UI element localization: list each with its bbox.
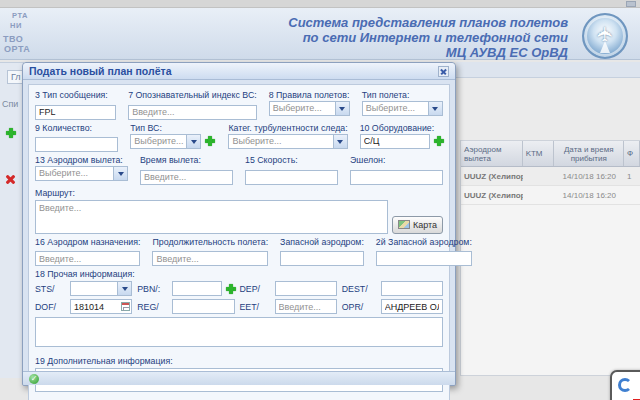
flight-type-label: Тип полета:	[362, 90, 443, 100]
msg-type-label: 3 Тип сообщения:	[35, 90, 116, 100]
number-input[interactable]	[35, 137, 118, 152]
pbn-label: PBN/:	[137, 284, 167, 294]
dialog-close-icon[interactable]	[438, 66, 449, 77]
equipment-input[interactable]	[360, 134, 430, 149]
speed-label: 15 Скорость:	[245, 155, 338, 165]
status-ok-icon: ✓	[29, 374, 39, 384]
chevron-down-icon[interactable]	[113, 167, 127, 180]
aircraft-type-label: Тип ВС:	[130, 123, 216, 133]
calendar-icon[interactable]	[121, 302, 130, 311]
background-stripe	[456, 78, 640, 140]
dof-label: DOF/	[35, 302, 65, 312]
reg-label: REG/	[137, 302, 167, 312]
additional-info-label: 19 Дополнительная информация:	[35, 356, 443, 366]
column-departure-aerodrome[interactable]: Аэродром вылета	[461, 141, 523, 166]
dep-label: DEP/	[240, 284, 270, 294]
eet-label: EET/	[240, 302, 270, 312]
flight-plan-form: 3 Тип сообщения: 7 Опознавательный индек…	[28, 84, 450, 400]
table-header-row: Аэродром вылета KTM Дата и время прибыти…	[461, 141, 640, 167]
add-aircraft-type-icon[interactable]	[204, 135, 216, 147]
ministry-logo-text: РТА НИ ТВО ОРТА	[3, 11, 30, 54]
number-label: 9 Количество:	[35, 123, 118, 133]
dep-time-input[interactable]	[140, 170, 233, 185]
opr-input[interactable]	[381, 299, 443, 314]
turbulence-label: Катег. турбулентности следа:	[228, 123, 347, 133]
level-input[interactable]	[350, 170, 443, 185]
sts-select[interactable]	[70, 281, 132, 296]
route-textarea[interactable]	[35, 200, 388, 234]
other-info-textarea[interactable]	[35, 317, 443, 347]
dep-time-label: Время вылета:	[140, 155, 233, 165]
map-icon	[398, 220, 410, 229]
chevron-down-icon[interactable]	[428, 102, 442, 115]
refresh-icon	[618, 378, 632, 392]
dep-aerodrome-select[interactable]: Выберите...	[35, 166, 128, 181]
chevron-down-icon[interactable]	[333, 135, 347, 148]
table-row[interactable]: UUUZ (Хелипор... 14/10/18 16:20	[461, 186, 640, 205]
flight-rules-select[interactable]: Выберите...	[269, 101, 350, 116]
add-pbn-icon[interactable]	[225, 283, 234, 295]
speed-input[interactable]	[245, 170, 338, 185]
opr-label: OPR/	[342, 302, 376, 312]
reg-input[interactable]	[172, 299, 234, 314]
column-ktm[interactable]: KTM	[523, 141, 555, 166]
dialog-status-bar: ✓	[23, 371, 455, 385]
dest-aerodrome-input[interactable]	[35, 251, 140, 266]
alt-aerodrome-input[interactable]	[280, 251, 364, 266]
alt-aerodrome-label: Запасной аэродром:	[280, 237, 364, 247]
add-equipment-icon[interactable]	[433, 135, 443, 147]
dialog-title: Подать новый план полёта	[29, 65, 172, 77]
background-toolbar-stripe	[456, 62, 640, 78]
dest-label: DEST/	[342, 284, 376, 294]
column-arrival-datetime[interactable]: Дата и время прибытия	[554, 141, 624, 166]
column-cutoff: Ф	[624, 141, 640, 166]
new-flight-plan-dialog: Подать новый план полёта 3 Тип сообщения…	[22, 62, 456, 386]
system-title: Система представления планов полетов по …	[288, 15, 568, 60]
aircraft-id-input[interactable]	[128, 105, 257, 120]
runway-icon	[600, 41, 610, 53]
chevron-down-icon[interactable]	[186, 135, 200, 148]
dialog-title-bar: Подать новый план полёта	[23, 63, 455, 80]
eet-input[interactable]	[275, 299, 337, 314]
corner-widget[interactable]	[610, 370, 640, 400]
window-control-icon[interactable]	[626, 1, 636, 7]
aircraft-id-label: 7 Опознавательный индекс ВС:	[128, 90, 257, 100]
page-header: РТА НИ ТВО ОРТА Система представления пл…	[0, 8, 640, 60]
level-label: Эшелон:	[350, 155, 443, 165]
equipment-label: 10 Оборудование:	[360, 123, 443, 133]
dest-aerodrome-label: 16 Аэродром назначения:	[35, 237, 140, 247]
left-sidebar-fragment: Гл Спи	[0, 62, 24, 378]
chevron-down-icon[interactable]	[335, 102, 349, 115]
table-row[interactable]: UUUZ (Хелипор... 14/10/18 16:20 1	[461, 167, 640, 186]
map-button[interactable]: Карта	[392, 216, 443, 234]
browser-top-strip	[0, 0, 640, 8]
chevron-down-icon[interactable]	[117, 282, 131, 295]
dest-input[interactable]	[381, 281, 443, 296]
aircraft-type-select[interactable]: Выберите...	[130, 134, 201, 149]
turbulence-select[interactable]: Выберите...	[228, 134, 347, 149]
duration-label: Продолжительность полета:	[152, 237, 268, 247]
msg-type-input[interactable]	[35, 105, 116, 120]
atc-center-emblem: ✈	[582, 13, 628, 59]
route-label: Маршрут:	[35, 188, 443, 198]
duration-input[interactable]	[152, 251, 268, 266]
delete-icon[interactable]	[5, 174, 16, 185]
other-info-label: 18 Прочая информация:	[35, 269, 443, 279]
sidebar-panel-fragment: Спи	[2, 99, 18, 109]
add-icon[interactable]	[5, 127, 17, 139]
dep-aerodrome-label: 13 Аэродром вылета:	[35, 155, 128, 165]
sts-label: STS/	[35, 284, 65, 294]
airplane-icon: ✈	[593, 26, 617, 43]
flight-rules-label: 8 Правила полетов:	[269, 90, 350, 100]
dep-input[interactable]	[275, 281, 337, 296]
alt2-aerodrome-label: 2й Запасной аэродром:	[376, 237, 472, 247]
flight-type-select[interactable]: Выберите...	[362, 101, 443, 116]
pbn-input[interactable]	[172, 281, 222, 296]
flight-plans-table: Аэродром вылета KTM Дата и время прибыти…	[460, 140, 640, 376]
alt2-aerodrome-input[interactable]	[376, 251, 472, 266]
